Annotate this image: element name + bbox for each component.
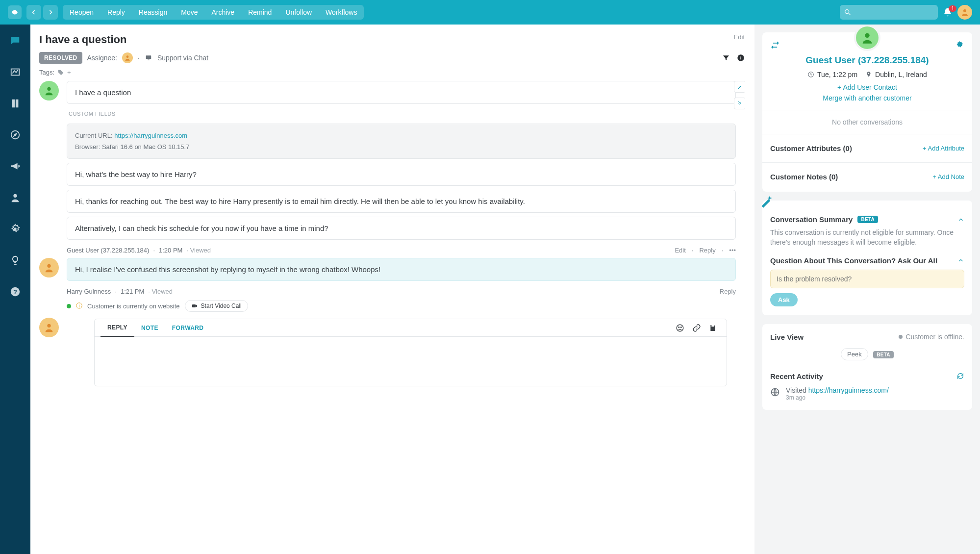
tag-icon[interactable] [57, 69, 64, 76]
nav-chat-icon[interactable] [8, 33, 23, 48]
meta-reply-link[interactable]: Reply [699, 247, 715, 254]
search-wrap [840, 5, 938, 20]
add-contact-link[interactable]: + Add User Contact [770, 83, 964, 91]
start-video-button[interactable]: Start Video Call [185, 300, 248, 312]
reply-button[interactable]: Reply [101, 8, 132, 16]
recent-activity-title: Recent Activity [770, 372, 823, 380]
filter-icon[interactable] [722, 54, 730, 62]
svg-text:?: ? [13, 288, 17, 296]
summary-body: This conversation is currently not eligi… [770, 227, 964, 248]
swap-icon[interactable] [770, 40, 780, 50]
notes-label: Customer Notes (0) [770, 173, 838, 181]
live-view-card: Live View Customer is offline. Peek BETA… [762, 324, 972, 410]
nav-forward-button[interactable] [43, 5, 58, 20]
ask-button[interactable]: Ask [770, 293, 798, 306]
clock-icon [807, 71, 814, 78]
remind-button[interactable]: Remind [241, 8, 278, 16]
meta-edit-link[interactable]: Edit [675, 247, 685, 254]
peek-button[interactable]: Peek [841, 348, 868, 360]
pin-icon [865, 71, 872, 78]
agent-avatar [39, 258, 59, 277]
offline-dot-icon [899, 335, 903, 339]
customer-settings-icon[interactable] [955, 40, 964, 50]
nav-settings-icon[interactable] [8, 222, 23, 236]
add-note-link[interactable]: + Add Note [932, 173, 964, 180]
move-button[interactable]: Move [174, 8, 204, 16]
tab-note[interactable]: NOTE [134, 320, 165, 336]
assignee-avatar[interactable] [122, 52, 133, 63]
nav-back-button[interactable] [26, 5, 41, 20]
meta-reply-link[interactable]: Reply [720, 288, 736, 295]
unfollow-button[interactable]: Unfollow [278, 8, 319, 16]
refresh-icon[interactable] [956, 372, 964, 380]
current-user-avatar[interactable] [957, 5, 972, 20]
svg-point-10 [126, 55, 129, 58]
customer-name[interactable]: Guest User (37.228.255.184) [770, 55, 964, 66]
merge-customer-link[interactable]: Merge with another customer [770, 94, 964, 102]
nav-compass-icon[interactable] [8, 127, 23, 142]
notifications-badge: 1 [949, 5, 956, 12]
reopen-button[interactable]: Reopen [63, 8, 101, 16]
add-tag[interactable]: + [67, 69, 71, 76]
beta-badge: BETA [857, 216, 878, 223]
svg-rect-15 [740, 56, 741, 56]
cf-url-label: Current URL: [75, 132, 114, 139]
svg-marker-5 [14, 133, 17, 136]
custom-fields-label: CUSTOM FIELDS [67, 108, 736, 120]
cf-url-link[interactable]: https://harryguinness.com [114, 132, 187, 139]
save-draft-icon[interactable] [705, 324, 721, 332]
edit-title-link[interactable]: Edit [734, 33, 745, 41]
workflows-button[interactable]: Workflows [319, 8, 364, 16]
collapse-ai-icon[interactable] [957, 257, 964, 264]
conversation-title: I have a question [39, 33, 127, 46]
svg-point-17 [47, 264, 50, 268]
beta-badge: BETA [873, 351, 894, 358]
scroll-bottom-button[interactable] [734, 98, 745, 109]
dot-separator: · [138, 54, 140, 62]
message-bubble: I have a question [67, 81, 736, 104]
svg-rect-14 [740, 57, 741, 60]
tab-forward[interactable]: FORWARD [165, 320, 211, 336]
svg-point-6 [13, 194, 17, 198]
globe-icon [770, 387, 780, 401]
collapse-summary-icon[interactable] [957, 216, 964, 223]
recent-activity-item: Visited https://harryguinness.com/ 3m ag… [770, 386, 964, 401]
meta-viewed: · Viewed [148, 288, 173, 295]
link-icon[interactable] [688, 324, 705, 332]
nav-megaphone-icon[interactable] [8, 159, 23, 174]
ai-question-input[interactable] [770, 270, 964, 288]
message-meta: Harry Guinness · 1:21 PM · Viewed Reply [67, 285, 736, 296]
custom-fields-box: Current URL: https://harryguinness.com B… [67, 124, 736, 159]
reassign-button[interactable]: Reassign [132, 8, 174, 16]
monitor-icon [145, 54, 152, 61]
info-icon[interactable] [737, 54, 745, 62]
info-small-icon[interactable]: ⓘ [76, 302, 82, 310]
compose-textarea[interactable] [95, 337, 727, 386]
meta-more-icon[interactable]: ••• [729, 247, 736, 254]
emoji-icon[interactable] [672, 324, 688, 332]
nav-kb-icon[interactable] [8, 96, 23, 111]
notifications-button[interactable]: 1 [943, 7, 953, 17]
customer-location: Dublin, L, Ireland [875, 71, 927, 78]
top-bar: Reopen Reply Reassign Move Archive Remin… [0, 0, 980, 25]
composer: REPLY NOTE FORWARD [94, 319, 727, 386]
side-panel: Guest User (37.228.255.184) Tue, 1:22 pm… [754, 25, 980, 554]
scroll-top-button[interactable] [734, 81, 745, 93]
search-input[interactable] [840, 5, 938, 20]
visited-url-link[interactable]: https://harryguinness.com/ [808, 386, 889, 394]
tab-reply[interactable]: REPLY [101, 319, 134, 337]
nav-user-icon[interactable] [8, 190, 23, 205]
nav-idea-icon[interactable] [8, 253, 23, 268]
composer-avatar [39, 318, 59, 337]
archive-button[interactable]: Archive [204, 8, 241, 16]
status-badge: RESOLVED [39, 52, 82, 64]
app-logo[interactable] [8, 5, 22, 19]
message-thread: I have a question CUSTOM FIELDS Current … [39, 81, 745, 554]
meta-time: 1:20 PM [159, 247, 182, 254]
message-bubble: Hi, what's the best way to hire Harry? [67, 163, 736, 186]
add-attribute-link[interactable]: + Add Attribute [923, 145, 964, 152]
nav-analytics-icon[interactable] [8, 65, 23, 79]
guest-avatar [39, 81, 59, 101]
nav-help-icon[interactable]: ? [8, 284, 23, 299]
meta-author: Harry Guinness [67, 288, 111, 295]
